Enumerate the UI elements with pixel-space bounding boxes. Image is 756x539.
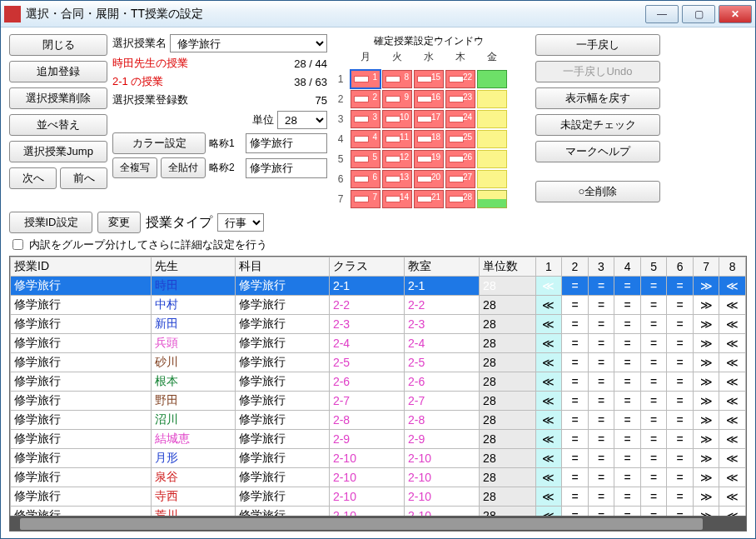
maximize-button[interactable]: ▢ bbox=[682, 5, 715, 23]
grid-cell[interactable]: 7 bbox=[351, 190, 380, 208]
horizontal-scrollbar[interactable] bbox=[10, 516, 746, 531]
grid-cell[interactable]: 18 bbox=[414, 130, 444, 148]
paste-button[interactable]: 全貼付 bbox=[161, 157, 206, 178]
minimize-button[interactable]: — bbox=[645, 5, 679, 23]
col-header[interactable]: 5 bbox=[640, 257, 667, 277]
app-window: 選択・合同・展開・TT授業の設定 — ▢ ✕ 閉じる 追加登録 選択授業削除 並… bbox=[0, 0, 756, 539]
grid-cell[interactable]: 10 bbox=[382, 110, 412, 128]
cell: = bbox=[562, 353, 589, 372]
grid-cell[interactable]: 9 bbox=[382, 90, 412, 108]
undo-button[interactable]: 一手戻し bbox=[535, 34, 660, 56]
grid-cell[interactable]: 2 bbox=[351, 90, 380, 108]
grid-cell[interactable]: 17 bbox=[414, 110, 444, 128]
grid-cell[interactable]: 24 bbox=[445, 110, 475, 128]
grid-cell[interactable]: 12 bbox=[382, 150, 412, 168]
delete-button[interactable]: 選択授業削除 bbox=[9, 87, 107, 109]
grid-cell[interactable]: 23 bbox=[445, 90, 475, 108]
sel-name-select[interactable]: 修学旅行 bbox=[170, 34, 327, 52]
grid-cell[interactable]: 20 bbox=[414, 170, 444, 188]
grid-cell[interactable] bbox=[477, 90, 507, 108]
mark-help-button[interactable]: マークヘルプ bbox=[535, 141, 660, 162]
grid-cell[interactable] bbox=[477, 150, 507, 168]
col-header[interactable]: 2 bbox=[562, 257, 589, 277]
prev-button[interactable]: 前へ bbox=[60, 167, 107, 189]
grid-cell[interactable] bbox=[477, 70, 507, 88]
cell: = bbox=[667, 468, 694, 487]
color-button[interactable]: カラー設定 bbox=[112, 132, 206, 154]
table-row[interactable]: 修学旅行砂川修学旅行2-52-528≪=====≫≪ bbox=[11, 353, 746, 372]
table-row[interactable]: 修学旅行荒川修学旅行2-102-1028≪=====≫≪ bbox=[11, 507, 746, 517]
close-button[interactable]: ✕ bbox=[719, 5, 752, 23]
grid-cell[interactable] bbox=[477, 170, 507, 188]
col-header[interactable]: 教室 bbox=[405, 257, 480, 277]
cell: 2-5 bbox=[329, 353, 404, 372]
add-button[interactable]: 追加登録 bbox=[9, 61, 107, 82]
grid-cell[interactable] bbox=[477, 190, 507, 208]
reset-width-button[interactable]: 表示幅を戻す bbox=[535, 87, 660, 109]
table-row[interactable]: 修学旅行中村修学旅行2-22-228≪=====≫≪ bbox=[11, 296, 746, 315]
copy-button[interactable]: 全複写 bbox=[112, 157, 157, 178]
table-row[interactable]: 修学旅行沼川修学旅行2-82-828≪=====≫≪ bbox=[11, 411, 746, 430]
col-header[interactable]: クラス bbox=[329, 257, 404, 277]
unit-select[interactable]: 28 bbox=[277, 111, 327, 129]
grid-cell[interactable]: 22 bbox=[445, 70, 475, 88]
grid-cell[interactable]: 26 bbox=[445, 150, 475, 168]
grid-cell[interactable]: 4 bbox=[351, 130, 380, 148]
grid-cell[interactable]: 11 bbox=[382, 130, 412, 148]
col-header[interactable]: 6 bbox=[667, 257, 694, 277]
scrollbar-thumb[interactable] bbox=[20, 518, 703, 530]
table-row[interactable]: 修学旅行兵頭修学旅行2-42-428≪=====≫≪ bbox=[11, 334, 746, 353]
cell: ≫ bbox=[693, 296, 719, 315]
col-header[interactable]: 8 bbox=[719, 257, 746, 277]
cell: = bbox=[667, 296, 694, 315]
grid-cell[interactable]: 16 bbox=[414, 90, 444, 108]
grid-cell[interactable] bbox=[477, 110, 507, 128]
next-button[interactable]: 次へ bbox=[9, 167, 57, 189]
col-header[interactable]: 3 bbox=[588, 257, 614, 277]
ryaku1-input[interactable]: 修学旅行 bbox=[246, 133, 327, 153]
check-button[interactable]: 未設定チェック bbox=[535, 114, 660, 136]
grid-cell[interactable]: 8 bbox=[382, 70, 412, 88]
grid-cell[interactable]: 19 bbox=[414, 150, 444, 168]
table-row[interactable]: 修学旅行寺西修学旅行2-102-1028≪=====≫≪ bbox=[11, 487, 746, 507]
jump-button[interactable]: 選択授業Jump bbox=[9, 141, 107, 162]
id-set-button[interactable]: 授業ID設定 bbox=[9, 212, 92, 233]
data-table[interactable]: 授業ID先生科目クラス教室単位数12345678 修学旅行時田修学旅行2-12-… bbox=[10, 257, 746, 516]
grid-cell[interactable]: 21 bbox=[414, 190, 444, 208]
ryaku2-input[interactable]: 修学旅行 bbox=[246, 158, 327, 178]
grid-cell[interactable]: 25 bbox=[445, 130, 475, 148]
grid-cell[interactable]: 6 bbox=[351, 170, 380, 188]
table-row[interactable]: 修学旅行新田修学旅行2-32-328≪=====≫≪ bbox=[11, 315, 746, 334]
grid-cell[interactable] bbox=[477, 130, 507, 148]
grid-cell[interactable]: 27 bbox=[445, 170, 475, 188]
grid-cell[interactable]: 13 bbox=[382, 170, 412, 188]
col-header[interactable]: 授業ID bbox=[11, 257, 152, 277]
col-header[interactable]: 7 bbox=[693, 257, 719, 277]
col-header[interactable]: 単位数 bbox=[480, 257, 536, 277]
grid-cell[interactable]: 3 bbox=[351, 110, 380, 128]
delete-all-button[interactable]: ○全削除 bbox=[535, 181, 660, 202]
col-header[interactable]: 4 bbox=[614, 257, 641, 277]
table-row[interactable]: 修学旅行結城恵修学旅行2-92-928≪=====≫≪ bbox=[11, 430, 746, 449]
table-row[interactable]: 修学旅行野田修学旅行2-72-728≪=====≫≪ bbox=[11, 392, 746, 411]
grid-cell[interactable]: 5 bbox=[351, 150, 380, 168]
sort-button[interactable]: 並べ替え bbox=[9, 114, 107, 136]
cell: ≪ bbox=[535, 411, 562, 430]
col-header[interactable]: 1 bbox=[535, 257, 562, 277]
grid-cell[interactable]: 14 bbox=[382, 190, 412, 208]
close-panel-button[interactable]: 閉じる bbox=[9, 34, 107, 56]
change-button[interactable]: 変更 bbox=[97, 212, 141, 233]
table-row[interactable]: 修学旅行時田修学旅行2-12-128≪=====≫≪ bbox=[11, 277, 746, 296]
table-row[interactable]: 修学旅行月形修学旅行2-102-1028≪=====≫≪ bbox=[11, 449, 746, 468]
type-select[interactable]: 行事 bbox=[217, 213, 264, 232]
cell: ≪ bbox=[535, 372, 562, 392]
grid-cell[interactable]: 1 bbox=[351, 70, 380, 88]
table-row[interactable]: 修学旅行泉谷修学旅行2-102-1028≪=====≫≪ bbox=[11, 468, 746, 487]
redo-button[interactable]: 一手戻しUndo bbox=[535, 61, 660, 82]
grid-cell[interactable]: 15 bbox=[414, 70, 444, 88]
grid-cell[interactable]: 28 bbox=[445, 190, 475, 208]
table-row[interactable]: 修学旅行根本修学旅行2-62-628≪=====≫≪ bbox=[11, 372, 746, 392]
group-checkbox[interactable] bbox=[12, 239, 23, 250]
col-header[interactable]: 先生 bbox=[151, 257, 235, 277]
col-header[interactable]: 科目 bbox=[236, 257, 330, 277]
